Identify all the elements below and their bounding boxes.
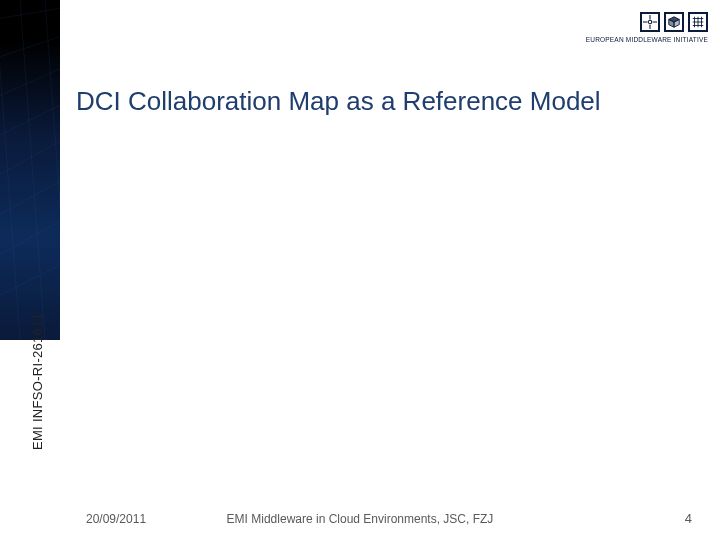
svg-point-11: [648, 20, 652, 24]
logo-caption: EUROPEAN MIDDLEWARE INITIATIVE: [586, 36, 708, 43]
circuit-icon: [640, 12, 660, 32]
svg-line-6: [0, 210, 60, 260]
globe-icon: [688, 12, 708, 32]
cube-icon: [664, 12, 684, 32]
svg-line-3: [0, 95, 60, 140]
slide-title: DCI Collaboration Map as a Reference Mod…: [76, 86, 690, 117]
project-reference: EMI INFSO-RI-261611: [30, 313, 45, 450]
footer-center-text: EMI Middleware in Cloud Environments, JS…: [0, 512, 720, 526]
page-number: 4: [685, 511, 692, 526]
svg-line-0: [0, 5, 60, 20]
logo: [640, 12, 708, 32]
svg-line-10: [45, 0, 60, 340]
logo-icons: [640, 12, 708, 32]
slide: EUROPEAN MIDDLEWARE INITIATIVE DCI Colla…: [0, 0, 720, 540]
svg-line-5: [0, 170, 60, 220]
svg-line-9: [20, 0, 45, 340]
svg-line-1: [0, 30, 60, 60]
svg-line-7: [0, 255, 60, 300]
footer: 20/09/2011 EMI Middleware in Cloud Envir…: [0, 504, 720, 540]
sidebar-pattern: [0, 0, 60, 340]
